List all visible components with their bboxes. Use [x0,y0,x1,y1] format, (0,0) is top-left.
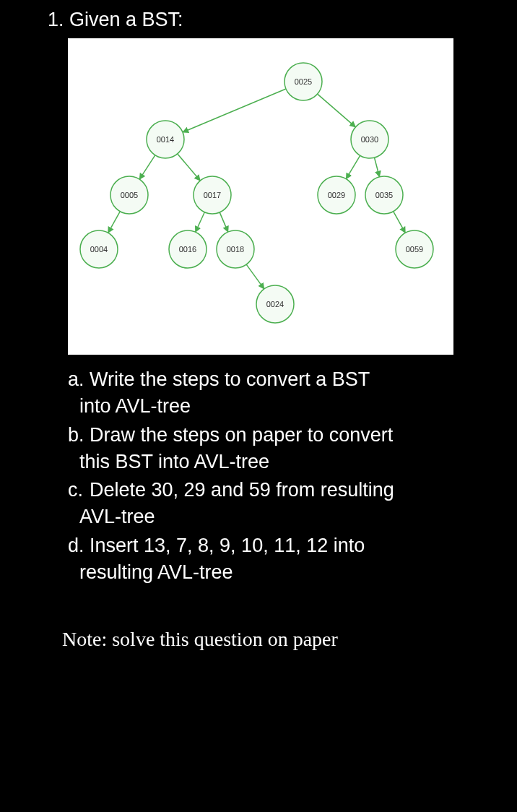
tree-node-label: 0035 [375,191,393,199]
tree-node: 0004 [80,230,118,268]
tree-node: 0025 [284,63,322,100]
question-text: AVL-tree [79,504,482,530]
bst-diagram: 0025001400300005001700290035000400160018… [68,38,453,355]
tree-edge [346,155,360,178]
question-c: c. Delete 30, 29 and 59 from resulting A… [68,477,482,531]
tree-node-label: 0005 [121,191,138,199]
question-text: Draw the steps on paper to convert [90,424,393,446]
tree-node: 0018 [217,230,254,268]
tree-node-label: 0018 [227,245,244,254]
page-title: 1. Given a BST: [48,9,482,31]
tree-node: 0005 [110,176,148,214]
tree-node-label: 0025 [295,77,312,86]
tree-edge [318,94,356,127]
tree-node-label: 0030 [361,135,378,144]
tree-node-label: 0059 [406,245,423,254]
tree-node: 0014 [147,121,184,158]
tree-edge [394,212,406,233]
question-text: into AVL-tree [79,393,482,420]
question-a: a. Write the steps to convert a BST into… [68,366,482,420]
tree-edge [183,89,286,132]
note-text: Note: solve this question on paper [62,628,482,651]
tree-node: 0029 [318,176,355,214]
tree-node: 0016 [169,230,207,268]
question-text: Write the steps to convert a BST [90,368,370,390]
tree-edge [220,212,228,232]
tree-node: 0030 [351,121,388,158]
tree-edge [178,154,200,181]
question-text: Insert 13, 7, 8, 9, 10, 11, 12 into [90,535,365,556]
question-text: Delete 30, 29 and 59 from resulting [90,479,394,501]
tree-node-label: 0029 [328,191,345,199]
tree-node-label: 0004 [90,245,108,254]
tree-node: 0059 [396,230,433,268]
tree-edge [108,212,121,233]
question-text: this BST into AVL-tree [79,449,482,475]
tree-node: 0017 [194,176,231,214]
question-list: a. Write the steps to convert a BST into… [53,366,482,586]
tree-node-label: 0024 [266,300,284,308]
tree-edge [246,264,264,289]
tree-svg: 0025001400300005001700290035000400160018… [68,38,453,355]
tree-edge [139,155,155,179]
question-text: resulting AVL-tree [79,559,482,586]
tree-node: 0035 [365,176,403,214]
question-b: b. Draw the steps on paper to convert th… [68,422,482,476]
tree-node-label: 0016 [179,245,196,254]
tree-node: 0024 [256,285,294,323]
tree-node-label: 0017 [204,191,221,199]
tree-node-label: 0014 [157,135,174,144]
tree-edge [375,157,380,177]
tree-edge [196,212,205,233]
question-d: d. Insert 13, 7, 8, 9, 10, 11, 12 into r… [68,532,482,587]
